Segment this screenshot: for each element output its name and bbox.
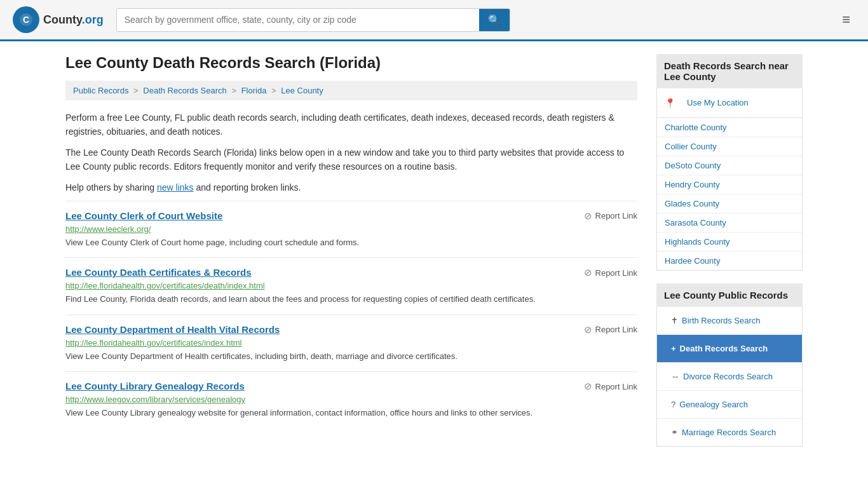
- breadcrumb-sep-3: >: [271, 86, 278, 95]
- public-records-section: Lee County Public Records ✝ Birth Record…: [656, 283, 803, 447]
- record-url-3[interactable]: http://www.leegov.com/library/services/g…: [65, 395, 637, 404]
- pr-icon-2: ↔: [671, 372, 679, 381]
- pr-label-3: Genealogy Search: [679, 400, 748, 409]
- pr-icon-0: ✝: [671, 316, 678, 325]
- record-item-1: Lee County Death Certificates & Records …: [65, 257, 637, 315]
- pr-icon-1: +: [671, 344, 676, 353]
- location-icon: 📍: [665, 98, 675, 108]
- description-3: Help others by sharing new links and rep…: [65, 180, 637, 194]
- search-bar: 🔍: [116, 8, 510, 32]
- record-desc-3: View Lee County Library genealogy websit…: [65, 407, 637, 419]
- report-label-0: Report Link: [595, 211, 637, 220]
- pr-link-3[interactable]: ? Genealogy Search: [657, 391, 802, 418]
- pr-label-0: Birth Records Search: [682, 316, 761, 325]
- record-desc-1: Find Lee County, Florida death records, …: [65, 293, 637, 306]
- breadcrumb-florida[interactable]: Florida: [241, 86, 267, 95]
- use-my-location-link[interactable]: Use My Location: [679, 93, 756, 112]
- report-link-2[interactable]: ⊘ Report Link: [584, 324, 637, 336]
- sidebar: Death Records Search near Lee County 📍 U…: [656, 54, 803, 459]
- svg-text:C: C: [23, 15, 29, 25]
- record-url-1[interactable]: http://lee.floridahealth.gov/certificate…: [65, 281, 637, 290]
- description-2: The Lee County Death Records Search (Flo…: [65, 146, 637, 174]
- report-icon-3: ⊘: [584, 381, 592, 392]
- record-title-0[interactable]: Lee County Clerk of Court Website: [65, 210, 222, 221]
- public-records-header: Lee County Public Records: [656, 283, 803, 307]
- new-links[interactable]: new links: [157, 182, 194, 193]
- hamburger-icon: ≡: [842, 11, 850, 27]
- pr-item-3[interactable]: ? Genealogy Search: [657, 391, 802, 419]
- breadcrumb-sep-1: >: [133, 86, 140, 95]
- record-desc-0: View Lee County Clerk of Court home page…: [65, 236, 637, 249]
- site-header: C County.org 🔍 ≡: [0, 0, 868, 41]
- record-url-2[interactable]: http://lee.floridahealth.gov/certificate…: [65, 338, 637, 348]
- pr-link-1[interactable]: + Death Records Search: [657, 335, 802, 362]
- search-button[interactable]: 🔍: [479, 9, 510, 31]
- report-label-1: Report Link: [595, 268, 637, 278]
- breadcrumb-public-records[interactable]: Public Records: [73, 86, 128, 95]
- report-label-3: Report Link: [595, 382, 637, 391]
- record-item-2: Lee County Department of Health Vital Re…: [65, 315, 637, 372]
- pr-item-1[interactable]: + Death Records Search: [657, 335, 802, 363]
- logo-wordmark: County.org: [43, 13, 104, 27]
- breadcrumb-sep-2: >: [231, 86, 238, 95]
- page-title: Lee County Death Records Search (Florida…: [65, 54, 637, 72]
- pr-icon-3: ?: [671, 400, 675, 409]
- pr-link-0[interactable]: ✝ Birth Records Search: [657, 307, 802, 334]
- pr-icon-4: ⚭: [671, 428, 678, 437]
- pr-label-4: Marriage Records Search: [682, 428, 776, 437]
- pr-row-1: + Death Records Search: [665, 339, 794, 358]
- pr-label-2: Divorce Records Search: [683, 372, 773, 381]
- site-logo[interactable]: C County.org: [13, 6, 104, 33]
- logo-icon: C: [13, 6, 39, 33]
- record-header-0: Lee County Clerk of Court Website ⊘ Repo…: [65, 210, 637, 222]
- desoto-county-item[interactable]: DeSoto County: [657, 156, 802, 175]
- main-column: Lee County Death Records Search (Florida…: [65, 54, 637, 459]
- collier-county-item[interactable]: Collier County: [657, 137, 802, 156]
- menu-button[interactable]: ≡: [837, 9, 855, 30]
- breadcrumb-death-records[interactable]: Death Records Search: [143, 86, 227, 95]
- record-item-3: Lee County Library Genealogy Records ⊘ R…: [65, 371, 637, 428]
- report-label-2: Report Link: [595, 325, 637, 334]
- search-input[interactable]: [117, 9, 479, 31]
- header-controls: ≡: [837, 9, 855, 30]
- breadcrumb: Public Records > Death Records Search > …: [65, 81, 637, 100]
- record-list: Lee County Clerk of Court Website ⊘ Repo…: [65, 201, 637, 428]
- pr-item-2[interactable]: ↔ Divorce Records Search: [657, 363, 802, 391]
- hendry-county-item[interactable]: Hendry County: [657, 175, 802, 194]
- sarasota-county-item[interactable]: Sarasota County: [657, 214, 802, 233]
- record-title-1[interactable]: Lee County Death Certificates & Records: [65, 267, 252, 278]
- record-header-1: Lee County Death Certificates & Records …: [65, 267, 637, 278]
- record-desc-2: View Lee County Department of Health cer…: [65, 350, 637, 363]
- pr-link-4[interactable]: ⚭ Marriage Records Search: [657, 419, 802, 446]
- record-header-2: Lee County Department of Health Vital Re…: [65, 324, 637, 336]
- pr-link-2[interactable]: ↔ Divorce Records Search: [657, 363, 802, 390]
- hardee-county-item[interactable]: Hardee County: [657, 252, 802, 270]
- pr-row-0: ✝ Birth Records Search: [665, 311, 794, 330]
- report-link-1[interactable]: ⊘ Report Link: [584, 267, 637, 278]
- report-link-0[interactable]: ⊘ Report Link: [584, 210, 637, 222]
- report-link-3[interactable]: ⊘ Report Link: [584, 381, 637, 392]
- pr-row-4: ⚭ Marriage Records Search: [665, 423, 794, 442]
- glades-county-item[interactable]: Glades County: [657, 194, 802, 214]
- nearby-header: Death Records Search near Lee County: [656, 54, 803, 88]
- highlands-county-item[interactable]: Highlands County: [657, 233, 802, 252]
- use-my-location-item[interactable]: 📍 Use My Location: [657, 88, 802, 118]
- record-item-0: Lee County Clerk of Court Website ⊘ Repo…: [65, 201, 637, 258]
- pr-row-2: ↔ Divorce Records Search: [665, 367, 794, 386]
- record-url-0[interactable]: http://www.leeclerk.org/: [65, 224, 637, 234]
- page-content: Lee County Death Records Search (Florida…: [53, 41, 815, 472]
- report-icon-0: ⊘: [584, 210, 592, 222]
- public-records-list: ✝ Birth Records Search + Death Records S…: [656, 307, 803, 447]
- record-title-3[interactable]: Lee County Library Genealogy Records: [65, 381, 245, 391]
- nearby-section: Death Records Search near Lee County 📍 U…: [656, 54, 803, 271]
- record-title-2[interactable]: Lee County Department of Health Vital Re…: [65, 324, 280, 335]
- report-icon-2: ⊘: [584, 324, 592, 336]
- record-header-3: Lee County Library Genealogy Records ⊘ R…: [65, 381, 637, 392]
- charlotte-county-item[interactable]: Charlotte County: [657, 118, 802, 137]
- search-icon: 🔍: [488, 15, 501, 25]
- breadcrumb-lee-county[interactable]: Lee County: [281, 86, 323, 95]
- pr-label-1: Death Records Search: [680, 344, 768, 353]
- pr-row-3: ? Genealogy Search: [665, 395, 794, 414]
- pr-item-0[interactable]: ✝ Birth Records Search: [657, 307, 802, 335]
- pr-item-4[interactable]: ⚭ Marriage Records Search: [657, 419, 802, 446]
